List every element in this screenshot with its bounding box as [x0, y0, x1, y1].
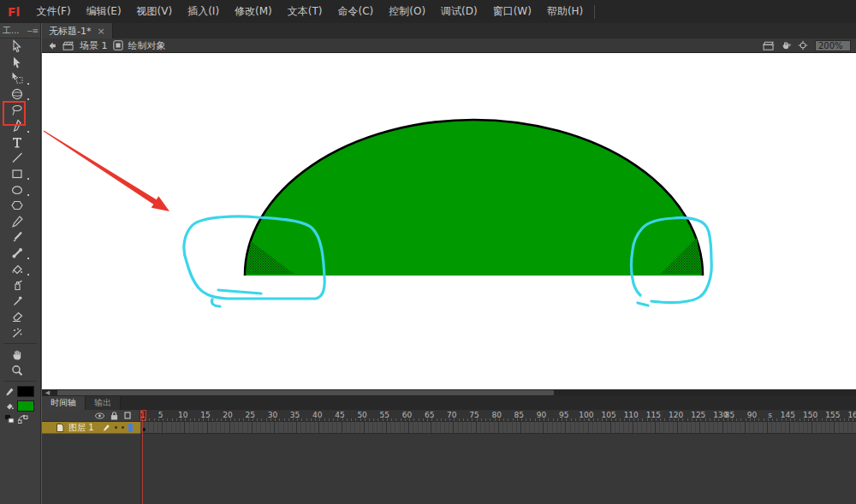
menu-text[interactable]: 文本(T) [280, 0, 330, 23]
tools-panel-header[interactable]: 工... −≡ [0, 23, 40, 39]
oval-tool[interactable] [3, 181, 32, 198]
deco-tool[interactable] [3, 325, 32, 341]
menu-insert[interactable]: 插入(I) [180, 0, 227, 23]
outline-mode-icon[interactable] [124, 412, 131, 419]
zoom-tool[interactable] [3, 363, 32, 379]
eraser-tool[interactable] [3, 309, 32, 325]
frame-ruler[interactable]: 1510152025303540455055606570758085909510… [140, 410, 856, 422]
pen-tool[interactable] [3, 118, 32, 134]
ruler-label: 85 [514, 411, 524, 419]
layer-row[interactable]: 图层 1 [42, 422, 856, 434]
menu-view[interactable]: 视图(V) [129, 0, 181, 23]
menu-window[interactable]: 窗口(W) [485, 0, 539, 23]
zoom-level-input[interactable] [815, 40, 851, 51]
fill-color-swatch[interactable] [17, 400, 34, 412]
menu-help[interactable]: 帮助(H) [539, 0, 591, 23]
stroke-color-control[interactable] [0, 384, 40, 399]
eyedropper-tool[interactable] [3, 294, 32, 310]
text-icon [10, 135, 24, 149]
free-transform-tool[interactable] [3, 70, 32, 86]
lasso-tail-left [218, 290, 261, 294]
default-colors-icon[interactable] [5, 415, 15, 424]
playhead-line[interactable] [142, 410, 143, 504]
lock-icon[interactable] [110, 412, 118, 420]
ruler-label: 80 [491, 411, 501, 419]
layer-outline-swatch[interactable] [128, 424, 133, 432]
scrollbar-thumb[interactable] [57, 390, 554, 395]
ruler-label: 10 [178, 411, 187, 419]
ruler-label: 125 [691, 411, 705, 419]
ruler-label: 40 [312, 411, 322, 419]
stroke-pencil-icon [4, 387, 15, 397]
ruler-label: 145 [781, 411, 795, 419]
object-breadcrumb: 绘制对象 [128, 39, 166, 52]
layer-info[interactable]: 图层 1 [42, 422, 140, 434]
ink-bottle-tool[interactable] [3, 277, 32, 294]
eyedropper-icon [10, 294, 24, 308]
column-divider [140, 434, 141, 504]
layer-controls-header [42, 410, 140, 422]
layer-name[interactable]: 图层 1 [68, 422, 94, 434]
ruler-label: 55 [380, 411, 389, 419]
tab-timeline[interactable]: 时间轴 [42, 396, 86, 410]
menu-debug[interactable]: 调试(D) [433, 0, 485, 23]
ruler-label: 35 [290, 411, 300, 419]
flyout-dot [27, 98, 29, 100]
tab-output[interactable]: 输出 [86, 396, 121, 410]
ruler-label: 30 [268, 411, 277, 419]
layer-lock-dot[interactable] [122, 426, 124, 429]
paint-bucket-tool[interactable] [3, 261, 32, 277]
ruler-label: 95 [559, 411, 568, 419]
layer-frames-strip[interactable] [140, 422, 856, 434]
ruler-label: 65 [425, 411, 434, 419]
tab-close-icon[interactable]: × [97, 26, 104, 37]
center-stage-icon[interactable] [798, 40, 808, 50]
line-tool[interactable] [3, 150, 32, 166]
magnifier-icon [10, 364, 24, 377]
scene-breadcrumb[interactable]: 场景 1 [80, 39, 108, 52]
back-arrow-icon[interactable] [47, 41, 57, 50]
menu-control[interactable]: 控制(O) [381, 0, 433, 23]
stroke-color-swatch[interactable] [17, 386, 34, 397]
menu-commands[interactable]: 命令(C) [330, 0, 382, 23]
ruler-label: 15 [200, 411, 210, 419]
layer-pencil-icon [102, 424, 110, 432]
ruler-label: 90 [747, 411, 757, 419]
ruler-label: 45 [335, 411, 344, 419]
ruler-label: 60 [402, 411, 412, 419]
green-dome-shape[interactable] [245, 120, 703, 276]
ruler-label: 100 [579, 411, 593, 419]
ruler-label: 70 [447, 411, 456, 419]
color-mini-controls [0, 413, 40, 425]
3d-rotation-tool[interactable] [3, 86, 32, 103]
document-tab[interactable]: 无标题-1* × [42, 23, 113, 39]
brush-tool[interactable] [3, 229, 32, 246]
scroll-left-icon[interactable]: ◀ [44, 389, 51, 396]
menu-bar: Fl 文件(F) 编辑(E) 视图(V) 插入(I) 修改(M) 文本(T) 命… [0, 0, 856, 23]
text-tool[interactable] [3, 134, 32, 151]
bone-tool[interactable] [3, 246, 32, 262]
scene-clapperboard-icon[interactable] [62, 41, 74, 50]
menu-file[interactable]: 文件(F) [28, 0, 78, 23]
swap-colors-icon[interactable] [18, 415, 28, 424]
menu-edit[interactable]: 编辑(E) [79, 0, 129, 23]
panel-menu-icon[interactable]: −≡ [27, 27, 38, 35]
menu-separator [594, 5, 595, 19]
polystar-tool[interactable] [3, 198, 32, 214]
selection-tool[interactable] [3, 39, 32, 55]
ruler-label: 155 [825, 411, 840, 419]
fill-color-control[interactable] [0, 399, 40, 413]
pencil-tool[interactable] [3, 214, 32, 230]
rectangle-tool[interactable] [3, 166, 32, 182]
lasso-tool[interactable] [3, 102, 32, 118]
hand-icon [10, 348, 24, 362]
stage-canvas[interactable] [42, 53, 856, 389]
ruler-label: 85 [725, 411, 734, 419]
eye-icon[interactable] [95, 412, 104, 419]
hand-tool[interactable] [3, 347, 32, 363]
stage-horizontal-scrollbar[interactable]: ◀ [42, 389, 856, 396]
layer-visibility-dot[interactable] [115, 426, 117, 429]
menu-modify[interactable]: 修改(M) [227, 0, 280, 23]
polygon-icon [10, 199, 24, 212]
subselection-tool[interactable] [3, 55, 32, 71]
